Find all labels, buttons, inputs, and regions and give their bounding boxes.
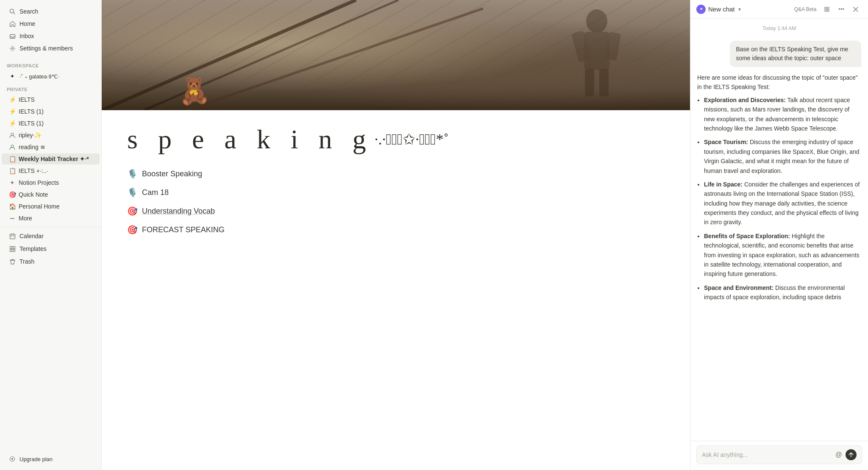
- teddy-bear: 🧸: [177, 75, 211, 107]
- more-label: More: [19, 215, 32, 222]
- sidebar-item-ielts-plus[interactable]: 📋 IELTS +·:..·: [2, 165, 100, 176]
- workspace-item[interactable]: ✦ ·˚ ₊ galatea·9℃·: [2, 70, 100, 82]
- ai-point-2: Space Tourism: Discuss the emerging indu…: [704, 137, 861, 175]
- upgrade-label: Upgrade plan: [19, 456, 53, 462]
- svg-rect-9: [13, 249, 15, 251]
- sidebar-item-ielts-1[interactable]: ⚡ IELTS: [2, 94, 100, 105]
- ripley-icon: [8, 131, 16, 139]
- sidebar: Search Home Inbox: [0, 0, 102, 470]
- chat-input-box: @: [696, 445, 862, 464]
- user-message: Base on the IELTS Speaking Test, give me…: [730, 41, 861, 67]
- speaking-decoration: ·.·̩̩͙✩·̩̩͙*˚: [375, 131, 449, 148]
- sidebar-item-trash[interactable]: Trash: [2, 256, 100, 267]
- inbox-icon: [8, 32, 16, 40]
- svg-line-20: [186, 8, 483, 110]
- chat-header-actions: Q&A Beta •••: [792, 4, 862, 14]
- search-icon: [8, 8, 16, 15]
- notion-projects-label: Notion Projects: [19, 179, 59, 186]
- personal-home-icon: 🏠: [8, 203, 16, 210]
- templates-label: Templates: [19, 245, 47, 252]
- booster-icon: 🎙️: [127, 169, 138, 179]
- chat-close-button[interactable]: [849, 5, 862, 14]
- link-booster-speaking[interactable]: 🎙️ Booster Speaking: [127, 167, 665, 181]
- sidebar-item-reading[interactable]: reading ≋: [2, 142, 100, 153]
- ai-point-3: Life in Space: Consider the challenges a…: [704, 180, 861, 227]
- vocab-icon: 🎯: [127, 206, 138, 216]
- ielts-plus-icon: 📋: [8, 167, 16, 175]
- sidebar-item-calendar[interactable]: Calendar: [2, 230, 100, 242]
- chat-messages: Today 1:44 AM Base on the IELTS Speaking…: [690, 19, 868, 441]
- link-cam18[interactable]: 🎙️ Cam 18: [127, 186, 665, 199]
- sidebar-item-habit-tracker[interactable]: 📋 Weekly Habit Tracker ✦·*: [2, 153, 100, 164]
- quick-note-label: Quick Note: [19, 191, 48, 198]
- chat-input-area: @: [690, 441, 868, 470]
- templates-icon: [8, 245, 16, 253]
- sidebar-item-more[interactable]: ••• More: [2, 213, 100, 224]
- reading-label: reading ≋: [19, 144, 45, 150]
- quick-note-icon: 🎯: [8, 191, 16, 198]
- chat-input-actions: @: [835, 449, 857, 460]
- ai-intro: Here are some ideas for discussing the t…: [697, 73, 861, 92]
- habit-label: Weekly Habit Tracker ✦·*: [19, 156, 89, 162]
- forecast-icon: 🎯: [127, 225, 138, 235]
- notion-projects-icon: ✦: [8, 179, 16, 186]
- sidebar-item-quick-note[interactable]: 🎯 Quick Note: [2, 189, 100, 200]
- sidebar-item-ripley[interactable]: ripley·✨: [2, 130, 100, 141]
- sidebar-item-notion-projects[interactable]: ✦ Notion Projects: [2, 177, 100, 188]
- ai-point-5-bold: Space and Environment:: [704, 284, 773, 291]
- link-understanding-vocab[interactable]: 🎯 Understanding Vocab: [127, 204, 665, 218]
- ai-point-5: Space and Environment: Discuss the envir…: [704, 283, 861, 302]
- sidebar-top: Search Home Inbox: [0, 3, 101, 58]
- chat-title: New chat: [708, 6, 735, 13]
- sidebar-item-templates[interactable]: Templates: [2, 243, 100, 255]
- upgrade-icon: [8, 455, 16, 463]
- ai-point-4: Benefits of Space Exploration: Highlight…: [704, 231, 861, 279]
- home-label: Home: [19, 20, 35, 27]
- sidebar-item-upgrade[interactable]: Upgrade plan: [2, 452, 100, 466]
- ai-icon: ✦: [696, 5, 706, 14]
- page-content: s p e a k i n g ·.·̩̩͙✩·̩̩͙*˚ 🎙️ Booster…: [102, 110, 690, 470]
- svg-point-11: [11, 458, 13, 460]
- ielts-label-1: IELTS: [19, 96, 35, 103]
- chat-chevron-icon: ▾: [738, 6, 741, 12]
- sidebar-item-home[interactable]: Home: [2, 18, 100, 30]
- vocab-label: Understanding Vocab: [142, 207, 215, 216]
- inbox-label: Inbox: [19, 33, 34, 39]
- sidebar-item-inbox[interactable]: Inbox: [2, 30, 100, 42]
- chat-input[interactable]: [702, 451, 831, 458]
- ielts-icon-1: ⚡: [8, 96, 16, 103]
- cam18-icon: 🎙️: [127, 187, 138, 197]
- ai-point-4-bold: Benefits of Space Exploration:: [704, 233, 790, 239]
- qa-beta-badge[interactable]: Q&A Beta: [792, 5, 819, 14]
- speaking-title: s p e a k i n g ·.·̩̩͙✩·̩̩͙*˚: [127, 124, 665, 155]
- reading-icon: [8, 143, 16, 151]
- sidebar-item-settings[interactable]: Settings & members: [2, 42, 100, 54]
- chat-more-button[interactable]: •••: [835, 4, 848, 14]
- svg-point-4: [11, 145, 14, 147]
- svg-rect-6: [10, 246, 12, 248]
- chat-at-button[interactable]: @: [835, 450, 843, 459]
- svg-point-3: [11, 133, 14, 136]
- svg-line-18: [102, 0, 356, 110]
- sidebar-item-search[interactable]: Search: [2, 6, 100, 17]
- chat-send-button[interactable]: [846, 449, 857, 460]
- home-icon: [8, 20, 16, 28]
- sidebar-item-personal-home[interactable]: 🏠 Personal Home: [2, 201, 100, 212]
- chat-title-area[interactable]: ✦ New chat ▾: [696, 5, 741, 14]
- ripley-label: ripley·✨: [19, 132, 42, 139]
- sidebar-item-ielts-3[interactable]: ⚡ IELTS (1): [2, 118, 100, 129]
- link-forecast-speaking[interactable]: 🎯 FORECAST SPEAKING: [127, 223, 665, 236]
- sidebar-item-ielts-2[interactable]: ⚡ IELTS (1): [2, 106, 100, 117]
- page-links: 🎙️ Booster Speaking 🎙️ Cam 18 🎯 Understa…: [127, 167, 665, 236]
- ai-points-list: Exploration and Discoveries: Talk about …: [697, 95, 861, 302]
- main-content: 🧸 s p e a k i n g ·.·̩̩͙✩·̩̩͙*˚ 🎙️ Boost…: [102, 0, 690, 470]
- ielts-plus-label: IELTS +·:..·: [19, 167, 48, 174]
- svg-rect-7: [13, 246, 15, 248]
- trash-icon: [8, 258, 16, 265]
- ielts-icon-3: ⚡: [8, 120, 16, 127]
- calendar-icon: [8, 232, 16, 240]
- chat-open-button[interactable]: [821, 5, 833, 14]
- ai-response: Here are some ideas for discussing the t…: [697, 73, 861, 302]
- trash-label: Trash: [19, 258, 34, 265]
- settings-icon: [8, 44, 16, 52]
